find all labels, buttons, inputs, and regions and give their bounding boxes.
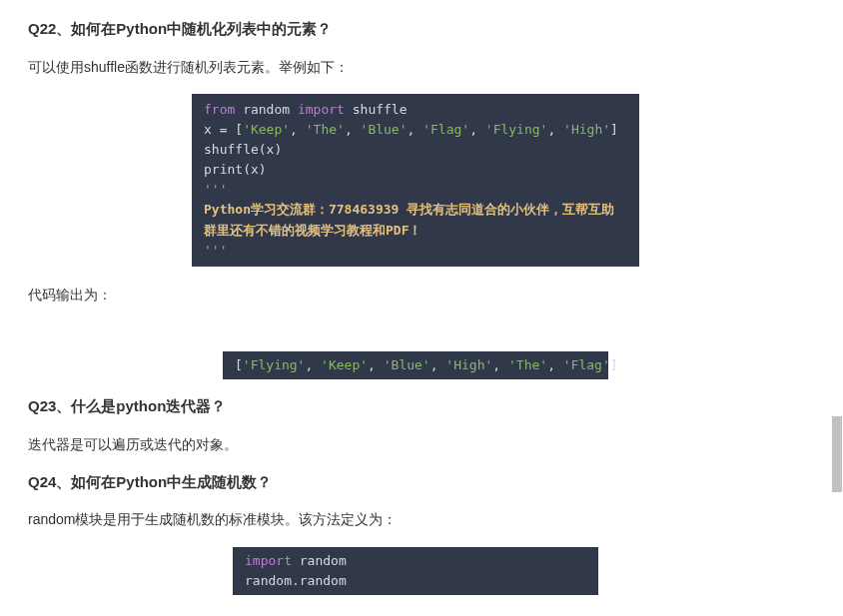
promo-line-1: Python学习交流群：778463939 寻找有志同道合的小伙伴，互帮互助 — [204, 202, 614, 217]
q22-output-block: ['Flying', 'Keep', 'Blue', 'High', 'The'… — [223, 351, 608, 379]
promo-line-2: 群里还有不错的视频学习教程和PDF！ — [204, 223, 422, 238]
article-content: Q22、如何在Python中随机化列表中的元素？ 可以使用shuffle函数进行… — [0, 0, 831, 616]
q24-code-block: import random random.random — [233, 547, 598, 595]
q22-output-label: 代码输出为： — [28, 283, 803, 308]
q22-heading: Q22、如何在Python中随机化列表中的元素？ — [28, 18, 803, 41]
q22-code-block: from random import shuffle x = ['Keep', … — [192, 94, 639, 267]
scrollbar-track[interactable] — [831, 0, 843, 616]
q24-heading: Q24、如何在Python中生成随机数？ — [28, 471, 803, 494]
q23-heading: Q23、什么是python迭代器？ — [28, 395, 803, 418]
q24-body: random.random()方法返回[0,1]范围内的浮点数。该函数生成随机浮… — [28, 611, 803, 616]
scrollbar-thumb[interactable] — [832, 416, 842, 492]
q24-intro: random模块是用于生成随机数的标准模块。该方法定义为： — [28, 507, 803, 532]
keyword-import: import — [245, 553, 292, 568]
keyword-import: import — [298, 102, 345, 117]
q23-body: 迭代器是可以遍历或迭代的对象。 — [28, 432, 803, 457]
q22-intro: 可以使用shuffle函数进行随机列表元素。举例如下： — [28, 55, 803, 80]
keyword-from: from — [204, 102, 235, 117]
